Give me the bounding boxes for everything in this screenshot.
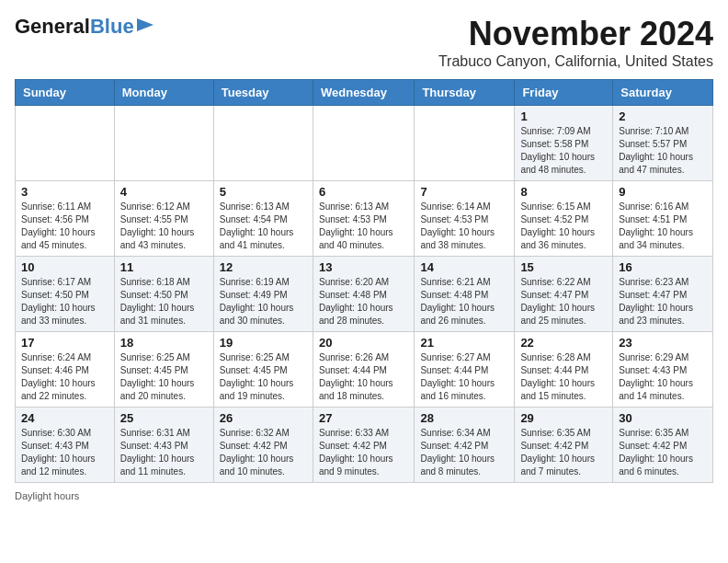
calendar-cell bbox=[213, 106, 313, 181]
calendar-cell: 29Sunrise: 6:35 AM Sunset: 4:42 PM Dayli… bbox=[515, 408, 613, 483]
day-info: Sunrise: 6:13 AM Sunset: 4:53 PM Dayligh… bbox=[319, 201, 408, 252]
day-number: 7 bbox=[420, 185, 508, 199]
calendar-cell: 25Sunrise: 6:31 AM Sunset: 4:43 PM Dayli… bbox=[114, 408, 213, 483]
calendar-cell: 19Sunrise: 6:25 AM Sunset: 4:45 PM Dayli… bbox=[213, 332, 313, 408]
calendar-cell: 6Sunrise: 6:13 AM Sunset: 4:53 PM Daylig… bbox=[313, 181, 414, 257]
calendar-cell: 11Sunrise: 6:18 AM Sunset: 4:50 PM Dayli… bbox=[114, 257, 213, 332]
weekday-header-row: SundayMondayTuesdayWednesdayThursdayFrid… bbox=[16, 80, 713, 106]
day-info: Sunrise: 6:22 AM Sunset: 4:47 PM Dayligh… bbox=[520, 276, 607, 327]
day-info: Sunrise: 6:27 AM Sunset: 4:44 PM Dayligh… bbox=[420, 351, 508, 403]
day-number: 25 bbox=[120, 411, 208, 425]
day-info: Sunrise: 6:24 AM Sunset: 4:46 PM Dayligh… bbox=[21, 351, 108, 403]
calendar-cell: 4Sunrise: 6:12 AM Sunset: 4:55 PM Daylig… bbox=[114, 181, 213, 257]
day-number: 14 bbox=[420, 260, 508, 274]
location-title: Trabuco Canyon, California, United State… bbox=[438, 53, 713, 70]
logo: GeneralBlue bbox=[15, 15, 154, 39]
day-info: Sunrise: 6:17 AM Sunset: 4:50 PM Dayligh… bbox=[21, 276, 108, 327]
calendar-week-row: 1Sunrise: 7:09 AM Sunset: 5:58 PM Daylig… bbox=[16, 106, 713, 181]
day-info: Sunrise: 7:10 AM Sunset: 5:57 PM Dayligh… bbox=[619, 125, 707, 177]
day-number: 20 bbox=[319, 336, 408, 350]
day-info: Sunrise: 6:32 AM Sunset: 4:42 PM Dayligh… bbox=[220, 427, 307, 478]
weekday-header-thursday: Thursday bbox=[415, 80, 515, 106]
weekday-header-saturday: Saturday bbox=[613, 80, 713, 106]
day-info: Sunrise: 6:23 AM Sunset: 4:47 PM Dayligh… bbox=[619, 276, 707, 327]
day-number: 8 bbox=[520, 185, 607, 199]
calendar-cell bbox=[313, 106, 414, 181]
day-number: 30 bbox=[619, 411, 707, 425]
calendar-cell: 27Sunrise: 6:33 AM Sunset: 4:42 PM Dayli… bbox=[313, 408, 414, 483]
calendar-cell: 21Sunrise: 6:27 AM Sunset: 4:44 PM Dayli… bbox=[415, 332, 515, 408]
day-number: 17 bbox=[21, 336, 108, 350]
day-info: Sunrise: 6:30 AM Sunset: 4:43 PM Dayligh… bbox=[21, 427, 108, 478]
calendar-cell: 7Sunrise: 6:14 AM Sunset: 4:53 PM Daylig… bbox=[415, 181, 515, 257]
calendar-cell: 8Sunrise: 6:15 AM Sunset: 4:52 PM Daylig… bbox=[515, 181, 613, 257]
logo-text: GeneralBlue bbox=[15, 15, 134, 39]
day-info: Sunrise: 6:16 AM Sunset: 4:51 PM Dayligh… bbox=[619, 201, 707, 252]
calendar-cell: 10Sunrise: 6:17 AM Sunset: 4:50 PM Dayli… bbox=[16, 257, 115, 332]
calendar-week-row: 3Sunrise: 6:11 AM Sunset: 4:56 PM Daylig… bbox=[16, 181, 713, 257]
day-info: Sunrise: 6:13 AM Sunset: 4:54 PM Dayligh… bbox=[220, 201, 307, 252]
calendar-cell: 30Sunrise: 6:35 AM Sunset: 4:42 PM Dayli… bbox=[613, 408, 713, 483]
day-number: 23 bbox=[619, 336, 707, 350]
day-number: 4 bbox=[120, 185, 208, 199]
day-number: 21 bbox=[420, 336, 508, 350]
header: GeneralBlue November 2024 Trabuco Canyon… bbox=[15, 15, 713, 70]
calendar-cell bbox=[114, 106, 213, 181]
calendar-cell: 23Sunrise: 6:29 AM Sunset: 4:43 PM Dayli… bbox=[613, 332, 713, 408]
day-number: 5 bbox=[220, 185, 307, 199]
logo-general: General bbox=[15, 15, 90, 38]
day-number: 1 bbox=[520, 109, 607, 123]
day-number: 27 bbox=[319, 411, 408, 425]
day-info: Sunrise: 6:35 AM Sunset: 4:42 PM Dayligh… bbox=[520, 427, 607, 478]
calendar-cell: 13Sunrise: 6:20 AM Sunset: 4:48 PM Dayli… bbox=[313, 257, 414, 332]
calendar-cell: 16Sunrise: 6:23 AM Sunset: 4:47 PM Dayli… bbox=[613, 257, 713, 332]
calendar-table: SundayMondayTuesdayWednesdayThursdayFrid… bbox=[15, 79, 713, 483]
calendar-cell: 5Sunrise: 6:13 AM Sunset: 4:54 PM Daylig… bbox=[213, 181, 313, 257]
calendar-cell bbox=[415, 106, 515, 181]
day-info: Sunrise: 6:15 AM Sunset: 4:52 PM Dayligh… bbox=[520, 201, 607, 252]
day-number: 26 bbox=[220, 411, 307, 425]
calendar-cell: 22Sunrise: 6:28 AM Sunset: 4:44 PM Dayli… bbox=[515, 332, 613, 408]
day-info: Sunrise: 6:21 AM Sunset: 4:48 PM Dayligh… bbox=[420, 276, 508, 327]
day-info: Sunrise: 6:25 AM Sunset: 4:45 PM Dayligh… bbox=[220, 351, 307, 403]
calendar-cell: 24Sunrise: 6:30 AM Sunset: 4:43 PM Dayli… bbox=[16, 408, 115, 483]
calendar-cell: 2Sunrise: 7:10 AM Sunset: 5:57 PM Daylig… bbox=[613, 106, 713, 181]
day-info: Sunrise: 6:34 AM Sunset: 4:42 PM Dayligh… bbox=[420, 427, 508, 478]
day-info: Sunrise: 6:20 AM Sunset: 4:48 PM Dayligh… bbox=[319, 276, 408, 327]
calendar-cell: 14Sunrise: 6:21 AM Sunset: 4:48 PM Dayli… bbox=[415, 257, 515, 332]
day-info: Sunrise: 6:33 AM Sunset: 4:42 PM Dayligh… bbox=[319, 427, 408, 478]
title-area: November 2024 Trabuco Canyon, California… bbox=[438, 15, 713, 70]
logo-blue: Blue bbox=[90, 15, 134, 38]
calendar-cell: 1Sunrise: 7:09 AM Sunset: 5:58 PM Daylig… bbox=[515, 106, 613, 181]
calendar-cell: 9Sunrise: 6:16 AM Sunset: 4:51 PM Daylig… bbox=[613, 181, 713, 257]
day-number: 11 bbox=[120, 260, 208, 274]
calendar-cell bbox=[16, 106, 115, 181]
day-info: Sunrise: 6:11 AM Sunset: 4:56 PM Dayligh… bbox=[21, 201, 108, 252]
day-number: 19 bbox=[220, 336, 307, 350]
calendar-week-row: 10Sunrise: 6:17 AM Sunset: 4:50 PM Dayli… bbox=[16, 257, 713, 332]
weekday-header-sunday: Sunday bbox=[16, 80, 115, 106]
svg-marker-0 bbox=[137, 18, 154, 31]
logo-arrow-icon bbox=[137, 17, 154, 37]
month-title: November 2024 bbox=[438, 15, 713, 53]
calendar-cell: 20Sunrise: 6:26 AM Sunset: 4:44 PM Dayli… bbox=[313, 332, 414, 408]
calendar-cell: 15Sunrise: 6:22 AM Sunset: 4:47 PM Dayli… bbox=[515, 257, 613, 332]
daylight-label: Daylight hours bbox=[15, 490, 79, 501]
day-number: 2 bbox=[619, 109, 707, 123]
calendar-week-row: 24Sunrise: 6:30 AM Sunset: 4:43 PM Dayli… bbox=[16, 408, 713, 483]
calendar-cell: 26Sunrise: 6:32 AM Sunset: 4:42 PM Dayli… bbox=[213, 408, 313, 483]
day-info: Sunrise: 6:26 AM Sunset: 4:44 PM Dayligh… bbox=[319, 351, 408, 403]
day-number: 24 bbox=[21, 411, 108, 425]
day-number: 10 bbox=[21, 260, 108, 274]
day-number: 15 bbox=[520, 260, 607, 274]
weekday-header-monday: Monday bbox=[114, 80, 213, 106]
day-number: 16 bbox=[619, 260, 707, 274]
calendar-cell: 28Sunrise: 6:34 AM Sunset: 4:42 PM Dayli… bbox=[415, 408, 515, 483]
calendar-week-row: 17Sunrise: 6:24 AM Sunset: 4:46 PM Dayli… bbox=[16, 332, 713, 408]
day-number: 3 bbox=[21, 185, 108, 199]
day-info: Sunrise: 6:25 AM Sunset: 4:45 PM Dayligh… bbox=[120, 351, 208, 403]
day-info: Sunrise: 6:31 AM Sunset: 4:43 PM Dayligh… bbox=[120, 427, 208, 478]
day-number: 29 bbox=[520, 411, 607, 425]
day-info: Sunrise: 7:09 AM Sunset: 5:58 PM Dayligh… bbox=[520, 125, 607, 177]
day-number: 28 bbox=[420, 411, 508, 425]
